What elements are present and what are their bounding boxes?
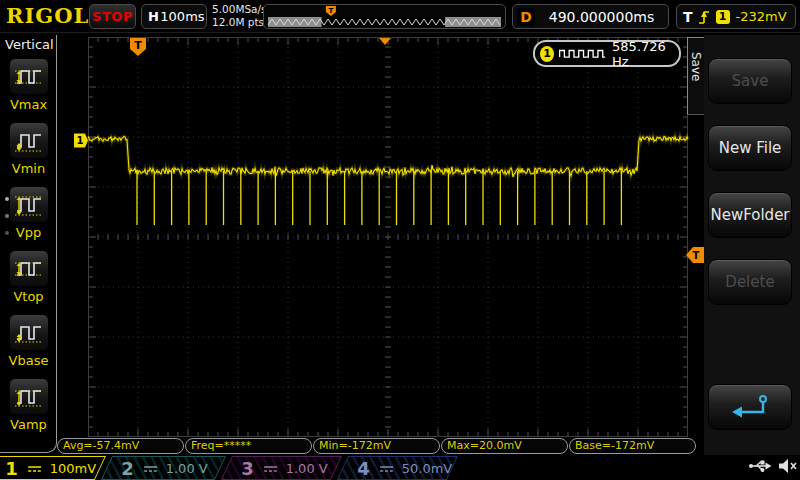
menu-tab-save: Save: [687, 37, 704, 115]
sidebar-item-vamp[interactable]: Vamp: [0, 378, 57, 432]
square-wave-icon: [559, 46, 606, 61]
channel1-offset-marker: 1: [74, 134, 88, 148]
acquisition-info: 5.00MSa/s 12.0M pts: [212, 3, 267, 29]
scroll-dot: [5, 231, 9, 235]
newfolder-button[interactable]: NewFolder: [708, 192, 792, 238]
measurement-sidebar: Vertical VmaxVminVppVtopVbaseVamp: [0, 35, 57, 453]
channel-scale-value: 1.00 V: [286, 461, 328, 476]
channel-number: 2: [121, 458, 134, 479]
channel-number: 1: [5, 458, 18, 479]
top-status-bar: RIGOL STOP H 100ms 5.00MSa/s 12.0M pts T…: [0, 0, 800, 33]
vpp-measurement-icon: [13, 190, 45, 220]
trigger-level-value: -232mV: [736, 9, 787, 24]
vbase-measurement-icon: [13, 318, 45, 348]
vamp-button[interactable]: [9, 378, 49, 415]
dc-coupling-icon: [263, 463, 278, 473]
sample-rate: 5.00MSa/s: [212, 3, 267, 16]
delay-value: 490.000000ms: [535, 9, 668, 25]
trigger-source-badge: 1: [716, 10, 730, 24]
trigger-status-box[interactable]: T 1 -232mV: [676, 4, 796, 29]
vtop-button[interactable]: [9, 250, 49, 287]
sidebar-title: Vertical: [5, 37, 54, 52]
measurement-base: Base=-172mV: [569, 438, 696, 454]
run-stop-status[interactable]: STOP: [89, 4, 136, 29]
rising-edge-icon: [697, 8, 711, 25]
channel-2-status[interactable]: 21.00 V: [101, 456, 226, 480]
return-arrow-icon: [728, 393, 772, 421]
frequency-counter-badge: 1 585.726 Hz: [533, 40, 681, 67]
delay-position-marker: [379, 38, 391, 45]
memory-waveform-icon: T: [264, 5, 505, 28]
speaker-muted-icon: [778, 458, 798, 474]
delete-button[interactable]: Delete: [708, 259, 792, 305]
measurement-freq: Freq=*****: [185, 438, 312, 454]
freq-channel-badge: 1: [540, 46, 554, 62]
svg-text:1: 1: [77, 135, 84, 146]
sidebar-item-label: Vamp: [0, 417, 57, 432]
delay-time-box[interactable]: D 490.000000ms: [512, 4, 669, 29]
return-button[interactable]: [708, 384, 792, 430]
scroll-dot: [5, 214, 9, 218]
sidebar-item-label: Vtop: [0, 289, 57, 304]
sidebar-item-vtop[interactable]: Vtop: [0, 250, 57, 304]
save-button[interactable]: Save: [708, 58, 792, 104]
trigger-label: T: [683, 9, 693, 25]
sidebar-item-vmin[interactable]: Vmin: [0, 122, 57, 176]
oscilloscope-screen: RIGOL STOP H 100ms 5.00MSa/s 12.0M pts T…: [0, 0, 800, 480]
sidebar-item-label: Vmin: [0, 161, 57, 176]
vmax-button[interactable]: [9, 58, 49, 95]
vmin-measurement-icon: [13, 126, 45, 156]
svg-text:T: T: [134, 39, 142, 52]
measurement-min: Min=-172mV: [313, 438, 440, 454]
stop-label: STOP: [92, 9, 133, 24]
menu-tab-label: Save: [689, 52, 703, 81]
channel-4-status[interactable]: 450.0mV: [337, 456, 458, 480]
channel-number: 3: [241, 458, 254, 479]
svg-text:T: T: [329, 7, 334, 15]
dc-coupling-icon: [379, 463, 394, 473]
usb-icon: [748, 459, 772, 473]
measurement-avg: Avg=-57.4mV: [57, 438, 184, 454]
horizontal-label: H: [148, 9, 159, 24]
sidebar-item-label: Vbase: [0, 353, 57, 368]
svg-text:T: T: [693, 250, 700, 261]
vbase-button[interactable]: [9, 314, 49, 351]
channel-1-status[interactable]: 1100mV: [0, 456, 106, 480]
channel-scale-value: 50.0mV: [402, 461, 453, 476]
channel-number: 4: [357, 458, 370, 479]
vpp-button[interactable]: [9, 186, 49, 223]
measurement-max: Max=20.0mV: [441, 438, 568, 454]
sidebar-item-vbase[interactable]: Vbase: [0, 314, 57, 368]
trigger-position-marker: T: [130, 38, 146, 56]
sidebar-item-label: Vmax: [0, 97, 57, 112]
vtop-measurement-icon: [13, 254, 45, 284]
memory-depth: 12.0M pts: [212, 16, 267, 29]
channel-scale-value: 100mV: [50, 461, 96, 476]
vmax-measurement-icon: [13, 62, 45, 92]
waveform-display[interactable]: TT1: [88, 37, 688, 437]
frequency-value: 585.726 Hz: [612, 39, 679, 69]
new-file-button[interactable]: New File: [708, 125, 792, 171]
delay-label: D: [517, 8, 535, 26]
horizontal-timebase-box[interactable]: H 100ms: [141, 4, 207, 29]
channel-status-bar: 1100mV21.00 V31.00 V450.0mV: [0, 456, 800, 480]
softkey-menu-panel: SaveNew FileNewFolderDelete: [704, 35, 800, 455]
scroll-dot: [5, 197, 9, 201]
vamp-measurement-icon: [13, 382, 45, 412]
dc-coupling-icon: [143, 463, 158, 473]
trigger-level-marker: T: [686, 247, 704, 263]
channel-scale-value: 1.00 V: [166, 461, 208, 476]
channel-3-status[interactable]: 31.00 V: [221, 456, 342, 480]
memory-waveform-preview[interactable]: T: [263, 4, 506, 29]
timebase-value: 100ms: [159, 9, 206, 24]
rigol-logo: RIGOL: [6, 3, 89, 28]
dc-coupling-icon: [27, 463, 42, 473]
vmin-button[interactable]: [9, 122, 49, 159]
sidebar-item-vmax[interactable]: Vmax: [0, 58, 57, 112]
